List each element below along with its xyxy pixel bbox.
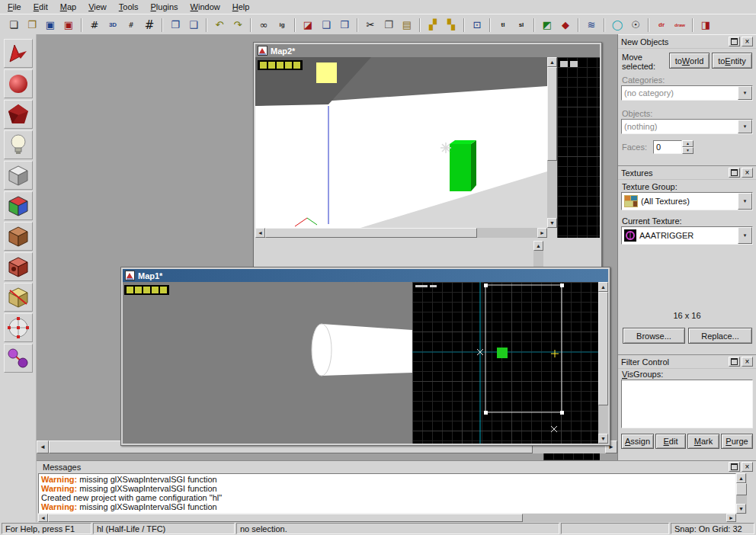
map1-window[interactable]: Map1* [120,267,610,446]
new-file-button[interactable]: ❏ [5,17,23,34]
apply-texture-tool[interactable] [4,222,33,251]
scroll-thumb[interactable] [48,514,523,522]
magnify-tool[interactable] [4,69,33,98]
scroll-thumb[interactable] [736,483,747,495]
ignore-groups-button[interactable]: ig [273,17,291,34]
texture-application-tool[interactable] [4,191,33,220]
check-problems-button[interactable]: ∞ [255,17,273,34]
menu-plugins[interactable]: Plugins [144,2,184,12]
edit-button[interactable]: Edit [655,434,686,449]
float-panel-button[interactable] [729,462,740,472]
mdi-workspace[interactable]: Map2* [37,34,617,460]
menu-file[interactable]: File [2,2,27,12]
menu-help[interactable]: Help [226,2,256,12]
stop-render-button[interactable]: ◨ [697,17,715,34]
face-edit-button[interactable]: ◩ [538,17,556,34]
menu-tools[interactable]: Tools [113,2,145,12]
map2-3d-viewport[interactable] [255,57,547,228]
toggle-3d-grid-button[interactable]: 3D [104,17,122,34]
selection-tool[interactable] [4,39,33,68]
save-window-state-button[interactable]: ❑ [184,17,203,34]
cut-button[interactable]: ✂ [361,17,380,34]
open-file-button[interactable]: ❐ [23,17,41,34]
messages-vscrollbar[interactable]: ▲ ▼ [736,473,747,514]
filter-control-header[interactable]: Filter Control × [618,355,756,369]
visgroups-list[interactable] [621,380,753,428]
browse-button[interactable]: Browse... [623,328,685,344]
scroll-down-button[interactable]: ▼ [547,218,557,228]
map1-titlebar[interactable]: Map1* [123,269,608,282]
map1-2d-viewport[interactable] [412,282,598,444]
decal-tool[interactable] [4,252,33,281]
close-panel-button[interactable]: × [742,462,753,472]
messages-log[interactable]: Warning: missing glXSwapIntervalSGI func… [38,473,736,514]
close-panel-button[interactable]: × [742,37,753,46]
chevron-down-icon[interactable]: ▼ [738,86,752,100]
scroll-thumb[interactable] [598,292,608,405]
entity-tool[interactable] [4,130,33,159]
split-face-button[interactable]: ◆ [556,17,575,34]
toggle-grid-button[interactable]: # [85,17,104,34]
current-texture-select[interactable]: AAATRIGGER ▼ [621,226,753,245]
menu-edit[interactable]: Edit [27,2,54,12]
cordon-edit-button[interactable]: ▚ [442,17,460,34]
chevron-down-icon[interactable]: ▼ [738,120,752,133]
scroll-down-button[interactable]: ▼ [598,434,608,444]
close-panel-button[interactable]: × [742,357,753,367]
assign-button[interactable]: Assign [621,434,654,449]
textures-header[interactable]: Textures × [618,166,756,180]
faces-input[interactable]: 0 [653,140,682,154]
map2-bottom-vscrollbar[interactable]: ▲ [533,241,543,269]
load-window-state-button[interactable]: ❐ [166,17,184,34]
smooth-edges-button[interactable]: ≋ [582,17,601,34]
draw-poly-button[interactable]: dr [652,17,671,34]
map2-viewport-toolbar[interactable] [258,60,303,70]
scroll-thumb[interactable] [547,67,557,161]
paste-button[interactable]: ▤ [398,17,416,34]
replace-button[interactable]: Replace... [688,328,752,344]
scroll-down-button[interactable]: ▼ [736,504,746,514]
map1-3d-viewport[interactable] [123,282,412,444]
close-panel-button[interactable]: × [742,168,753,178]
chevron-down-icon[interactable]: ▼ [738,193,752,210]
draw-models-button[interactable]: draw [671,17,689,34]
objects-select[interactable]: (nothing) ▼ [621,119,753,134]
texture-lock-button[interactable]: tl [494,17,512,34]
carve-button[interactable]: ◪ [299,17,317,34]
save-all-button[interactable]: ▣ [59,17,78,34]
menu-window[interactable]: Window [184,2,226,12]
map2-titlebar[interactable]: Map2* [255,44,600,57]
map2-2d-viewport-right[interactable] [557,57,600,238]
scroll-up-button[interactable]: ▲ [598,282,608,292]
purge-button[interactable]: Purge [721,434,753,449]
redo-button[interactable]: ↷ [229,17,247,34]
copy-button[interactable]: ❐ [380,17,398,34]
new-objects-header[interactable]: New Objects × [618,35,756,49]
texture-group-select[interactable]: (All Textures) ▼ [621,192,753,210]
messages-hscrollbar[interactable]: ◄ ► [38,514,736,522]
scroll-right-button[interactable]: ► [726,514,736,522]
map2-3d-vscrollbar[interactable]: ▲ ▼ [547,57,557,228]
to-entity-button[interactable]: toEntity [712,53,752,69]
block-tool[interactable] [4,161,33,190]
categories-select[interactable]: (no category) ▼ [621,85,753,101]
grid-larger-button[interactable]: # [140,17,159,34]
run-map-button[interactable]: ☉ [626,17,645,34]
save-file-button[interactable]: ▣ [41,17,59,34]
group-button[interactable]: ❑ [317,17,335,34]
scroll-up-button[interactable]: ▲ [736,473,746,483]
grid-smaller-button[interactable]: # [122,17,140,34]
menu-view[interactable]: View [82,2,113,12]
mark-button[interactable]: Mark [687,434,719,449]
cordon-toggle-button[interactable]: ▞ [424,17,442,34]
spin-up-button[interactable]: ▲ [682,140,694,147]
toggle-helpers-button[interactable]: ◯ [608,17,626,34]
path-tool[interactable] [4,344,33,373]
scroll-up-button[interactable]: ▲ [533,241,543,251]
map1-vscrollbar[interactable]: ▲ ▼ [598,282,608,444]
scroll-right-button[interactable]: ► [537,228,547,238]
camera-tool[interactable] [4,100,33,129]
to-world-button[interactable]: toWorld [669,53,710,69]
scroll-left-button[interactable]: ◄ [38,514,48,522]
map1-viewport-toolbar[interactable] [124,285,169,295]
